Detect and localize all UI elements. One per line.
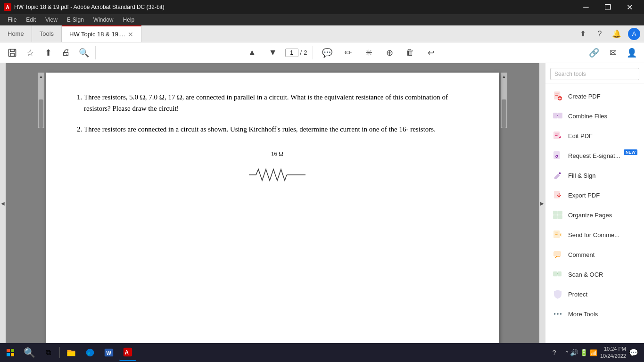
tray-battery[interactable]: 🔋 (580, 349, 588, 356)
notifications-icon[interactable]: 🔔 (611, 28, 622, 40)
organize-pages-icon (552, 209, 563, 221)
taskbar: 🔍 ⧉ W A ? ^ 🔊 🔋 📶 10:24 PM 10/24/2022 💬 (0, 343, 644, 362)
search-button[interactable]: 🔍 (75, 44, 92, 61)
more-tools-label: More Tools (568, 311, 598, 318)
svg-rect-6 (558, 113, 562, 118)
tab-active-document[interactable]: HW Topic 18 & 19.... ✕ (62, 25, 141, 42)
right-collapse-arrow[interactable]: ▶ (539, 63, 545, 343)
prev-page-button[interactable]: ▲ (244, 44, 261, 61)
undo-tool[interactable]: ↩ (422, 44, 439, 61)
scan-ocr-icon (552, 269, 563, 280)
tool-scan-ocr[interactable]: Scan & OCR (545, 264, 644, 284)
tool-fill-sign[interactable]: Fill & Sign (545, 165, 644, 185)
upload-button[interactable]: ⬆ (40, 44, 57, 61)
tool-request-esign[interactable]: Request E-signat... NEW (545, 146, 644, 165)
tab-tools[interactable]: Tools (32, 25, 62, 42)
resistor-label: 16 Ω (249, 149, 305, 159)
user-tool[interactable]: 👤 (623, 44, 640, 61)
link-tool[interactable]: 🔗 (586, 44, 603, 61)
pencil-tool[interactable]: ✏ (339, 44, 356, 61)
tray-wifi[interactable]: 📶 (590, 349, 597, 356)
more-tools-icon (552, 308, 563, 320)
menu-edit[interactable]: Edit (22, 16, 40, 24)
print-button[interactable]: 🖨 (58, 44, 74, 61)
pdf-vertical-scrollbar[interactable]: ▲ (501, 73, 507, 128)
circuit-diagram: 16 Ω (84, 144, 471, 188)
taskbar-explorer[interactable] (63, 344, 80, 361)
tool-organize-pages[interactable]: Organize Pages (545, 205, 644, 225)
svg-text:W: W (107, 350, 112, 356)
main-area: ◀ ▲ Three resistors, 5.0 Ω, 7.0 Ω, 17 Ω,… (0, 63, 644, 343)
taskbar-search[interactable]: 🔍 (21, 344, 38, 361)
scroll-up-arrow[interactable]: ▲ (37, 73, 45, 81)
tray-up-arrow[interactable]: ^ (566, 350, 568, 355)
resistor-symbol (249, 165, 305, 184)
taskbar-acrobat[interactable]: A (119, 344, 136, 361)
tab-home[interactable]: Home (0, 25, 32, 42)
edit-pdf-label: Edit PDF (568, 132, 593, 140)
scrollbar-thumb2[interactable] (502, 99, 506, 128)
svg-rect-25 (67, 352, 75, 356)
combine-files-label: Combine Files (568, 113, 607, 120)
toolbar-center: ▲ ▼ / 2 💬 ✏ ✳ ⊕ 🗑 ↩ (99, 44, 585, 61)
tab-active-label: HW Topic 18 & 19.... (69, 31, 125, 38)
menu-help[interactable]: Help (119, 16, 139, 24)
email-tool[interactable]: ✉ (604, 44, 621, 61)
menu-view[interactable]: View (41, 16, 61, 24)
help-icon[interactable]: ? (594, 28, 605, 40)
delete-tool[interactable]: 🗑 (402, 44, 419, 61)
taskbar-edge[interactable] (82, 344, 99, 361)
svg-rect-22 (11, 349, 14, 352)
highlight-tool[interactable]: ✳ (360, 44, 377, 61)
tools-search-input[interactable] (550, 68, 639, 80)
comment-tool[interactable]: 💬 (319, 44, 336, 61)
tool-edit-pdf[interactable]: Edit PDF (545, 126, 644, 146)
left-collapse-arrow[interactable]: ◀ (0, 63, 6, 343)
comment-label: Comment (568, 251, 594, 258)
question-1: Three resistors, 5.0 Ω, 7.0 Ω, 17 Ω, are… (84, 91, 471, 114)
tool-comment[interactable]: Comment (545, 245, 644, 264)
page-total: 2 (304, 49, 307, 56)
menu-file[interactable]: File (4, 16, 20, 24)
stamp-tool[interactable]: ⊕ (381, 44, 398, 61)
minimize-button[interactable]: ─ (575, 0, 597, 14)
fill-sign-icon (552, 170, 563, 181)
taskbar-help[interactable]: ? (546, 344, 563, 361)
taskbar-word[interactable]: W (100, 344, 117, 361)
system-clock[interactable]: 10:24 PM 10/24/2022 (600, 346, 626, 360)
taskbar-taskview[interactable]: ⧉ (40, 344, 57, 361)
page-navigation: / 2 (285, 49, 307, 57)
tool-more-tools[interactable]: More Tools (545, 304, 644, 324)
account-avatar[interactable]: A (628, 28, 640, 40)
scrollbar-thumb[interactable] (39, 99, 43, 128)
svg-rect-15 (554, 252, 561, 256)
svg-point-19 (554, 313, 556, 315)
pdf-vertical-scrollbar-left[interactable]: ▲ (38, 73, 44, 128)
share-icon[interactable]: ⬆ (577, 28, 588, 40)
page-input[interactable] (285, 49, 298, 57)
next-page-button[interactable]: ▼ (264, 44, 281, 61)
tool-protect[interactable]: Protect (545, 284, 644, 304)
tool-create-pdf[interactable]: Create PDF (545, 86, 644, 106)
start-button[interactable] (2, 344, 19, 361)
tool-combine-files[interactable]: Combine Files (545, 106, 644, 126)
tools-search-container (545, 63, 644, 83)
menu-esign[interactable]: E-Sign (63, 16, 88, 24)
window-controls[interactable]: ─ ❐ ✕ (575, 0, 640, 14)
bookmark-button[interactable]: ☆ (22, 44, 39, 61)
tool-send-comment[interactable]: Send for Comme... (545, 225, 644, 245)
tool-export-pdf[interactable]: Export PDF (545, 185, 644, 205)
notification-button[interactable]: 💬 (629, 348, 638, 357)
tray-network[interactable]: 🔊 (570, 349, 578, 356)
pdf-content: Three resistors, 5.0 Ω, 7.0 Ω, 17 Ω, are… (74, 91, 471, 188)
tab-close-button[interactable]: ✕ (128, 31, 133, 38)
scroll-up-arrow2[interactable]: ▲ (500, 73, 508, 81)
close-button[interactable]: ✕ (619, 0, 640, 14)
window-title: HW Topic 18 & 19.pdf - Adobe Acrobat Sta… (14, 4, 165, 10)
save-button[interactable] (4, 44, 21, 61)
restore-button[interactable]: ❐ (597, 0, 619, 14)
protect-icon (552, 288, 563, 300)
menu-window[interactable]: Window (90, 16, 117, 24)
send-comment-label: Send for Comme... (568, 231, 619, 239)
svg-rect-13 (558, 215, 562, 219)
